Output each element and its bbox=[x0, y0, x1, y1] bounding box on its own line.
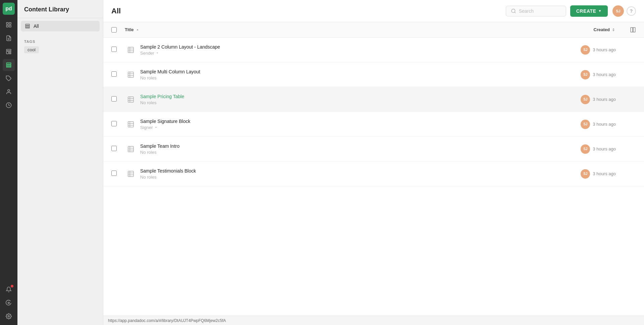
row-created: SJ 3 hours ago bbox=[555, 45, 616, 55]
row-content: Sample Testimonials Block No roles bbox=[140, 164, 555, 184]
checkbox-row[interactable] bbox=[111, 96, 117, 102]
svg-rect-7 bbox=[6, 51, 8, 54]
table-row[interactable]: ⠿ Sample Multi Column Layout No roles SJ… bbox=[103, 62, 644, 87]
sidebar-bottom bbox=[3, 283, 15, 322]
checkbox-row[interactable] bbox=[111, 47, 117, 52]
sidebar-all-label: All bbox=[34, 23, 39, 29]
sidebar-item-all[interactable]: All bbox=[21, 21, 100, 31]
svg-rect-19 bbox=[25, 26, 30, 27]
creator-avatar: SJ bbox=[581, 95, 590, 104]
row-sub[interactable]: Sender bbox=[140, 51, 555, 56]
row-checkbox[interactable] bbox=[111, 96, 125, 103]
sidebar-title: Content Library bbox=[17, 0, 103, 18]
column-title[interactable]: Title bbox=[125, 27, 555, 32]
row-created: SJ 3 hours ago bbox=[555, 120, 616, 129]
select-all-checkbox[interactable] bbox=[111, 27, 125, 32]
checkbox-row[interactable] bbox=[111, 71, 117, 77]
tag-cool[interactable]: cool bbox=[24, 46, 39, 53]
row-actions: ⋮ bbox=[616, 169, 636, 179]
content-type-icon bbox=[125, 143, 137, 155]
row-sub: No roles bbox=[140, 150, 555, 155]
row-sub[interactable]: Signer bbox=[140, 125, 555, 130]
tags-label: TAGS bbox=[24, 40, 96, 44]
search-icon bbox=[511, 8, 516, 14]
sort-asc-icon bbox=[135, 27, 140, 32]
create-button[interactable]: CREATE ▼ bbox=[570, 5, 608, 17]
row-actions: ⋮ bbox=[616, 119, 636, 129]
svg-point-16 bbox=[8, 302, 10, 304]
created-time: 3 hours ago bbox=[593, 72, 616, 77]
created-time: 3 hours ago bbox=[593, 47, 616, 52]
content-type-icon bbox=[125, 44, 137, 56]
table-row[interactable]: ⠿ Sample Team Intro No roles SJ 3 hours … bbox=[103, 137, 644, 161]
row-content: Sample Signature Block Signer bbox=[140, 114, 555, 135]
checkbox-row[interactable] bbox=[111, 146, 117, 151]
row-checkbox[interactable] bbox=[111, 146, 125, 152]
content-type-icon bbox=[125, 118, 137, 130]
column-created[interactable]: Created bbox=[555, 27, 616, 32]
sidebar-item-integrations[interactable] bbox=[3, 297, 15, 309]
row-created: SJ 3 hours ago bbox=[555, 70, 616, 79]
row-title[interactable]: Sample Pricing Table bbox=[140, 94, 555, 99]
row-title: Sample 2 Column Layout - Landscape bbox=[140, 44, 555, 50]
table-row[interactable]: ⠿ Sample Pricing Table No roles SJ 3 hou… bbox=[103, 87, 644, 112]
row-checkbox[interactable] bbox=[111, 121, 125, 127]
search-box[interactable]: Search bbox=[506, 6, 566, 16]
sidebar-item-catalog[interactable] bbox=[3, 72, 15, 84]
table-row[interactable]: ⠿ Sample Testimonials Block No roles SJ … bbox=[103, 161, 644, 186]
sidebar-item-contacts[interactable] bbox=[3, 86, 15, 98]
all-icon bbox=[25, 23, 30, 29]
table-row[interactable]: ⠿ Sample 2 Column Layout - Landscape Sen… bbox=[103, 38, 644, 62]
creator-avatar: SJ bbox=[581, 144, 590, 154]
app-logo[interactable]: pd bbox=[3, 3, 15, 15]
svg-rect-1 bbox=[9, 22, 11, 24]
row-created: SJ 3 hours ago bbox=[555, 144, 616, 154]
main-content: All Search CREATE ▼ SJ ? Title bbox=[103, 0, 644, 325]
row-actions: ⋮ bbox=[616, 144, 636, 154]
svg-point-21 bbox=[512, 9, 515, 13]
svg-rect-8 bbox=[9, 51, 11, 52]
row-sub: No roles bbox=[140, 75, 555, 80]
sidebar-item-analytics[interactable] bbox=[3, 99, 15, 111]
search-placeholder: Search bbox=[519, 8, 534, 14]
row-actions: ⋮ bbox=[616, 70, 636, 80]
table-body: ⠿ Sample 2 Column Layout - Landscape Sen… bbox=[103, 38, 644, 316]
svg-rect-24 bbox=[633, 27, 635, 32]
status-bar: https://app.pandadoc.com/a/#/library/DtA… bbox=[103, 316, 644, 325]
left-sidebar: Content Library All TAGS cool bbox=[17, 0, 103, 325]
content-type-icon bbox=[125, 69, 137, 81]
row-created: SJ 3 hours ago bbox=[555, 169, 616, 179]
creator-avatar: SJ bbox=[581, 120, 590, 129]
svg-rect-25 bbox=[128, 47, 134, 53]
sidebar-item-dashboard[interactable] bbox=[3, 19, 15, 31]
row-checkbox[interactable] bbox=[111, 47, 125, 53]
row-content: Sample Multi Column Layout No roles bbox=[140, 64, 555, 85]
row-checkbox[interactable] bbox=[111, 171, 125, 177]
svg-rect-9 bbox=[9, 53, 11, 54]
avatar[interactable]: SJ bbox=[612, 5, 624, 17]
svg-rect-12 bbox=[6, 66, 11, 67]
sidebar-item-templates[interactable] bbox=[3, 46, 15, 58]
content-type-icon bbox=[125, 93, 137, 106]
table-header: Title Created bbox=[103, 22, 644, 38]
row-content: Sample 2 Column Layout - Landscape Sende… bbox=[140, 40, 555, 60]
sidebar-item-settings[interactable] bbox=[3, 310, 15, 322]
row-created: SJ 3 hours ago bbox=[555, 95, 616, 104]
checkbox-row[interactable] bbox=[111, 171, 117, 176]
sidebar-item-library[interactable] bbox=[3, 59, 15, 71]
svg-point-14 bbox=[8, 89, 10, 91]
row-checkbox[interactable] bbox=[111, 71, 125, 78]
svg-rect-10 bbox=[6, 63, 11, 64]
row-sub: No roles bbox=[140, 175, 555, 180]
checkbox-all[interactable] bbox=[111, 27, 117, 32]
svg-rect-45 bbox=[128, 171, 134, 177]
page-title: All bbox=[111, 7, 506, 15]
row-title: Sample Team Intro bbox=[140, 143, 555, 149]
help-button[interactable]: ? bbox=[627, 6, 636, 16]
sidebar-item-documents[interactable] bbox=[3, 32, 15, 44]
sidebar-item-notifications[interactable] bbox=[3, 283, 15, 296]
checkbox-row[interactable] bbox=[111, 121, 117, 126]
svg-rect-3 bbox=[9, 25, 11, 27]
table-row[interactable]: ⠿ Sample Signature Block Signer SJ 3 hou… bbox=[103, 112, 644, 137]
row-title: Sample Signature Block bbox=[140, 119, 555, 124]
